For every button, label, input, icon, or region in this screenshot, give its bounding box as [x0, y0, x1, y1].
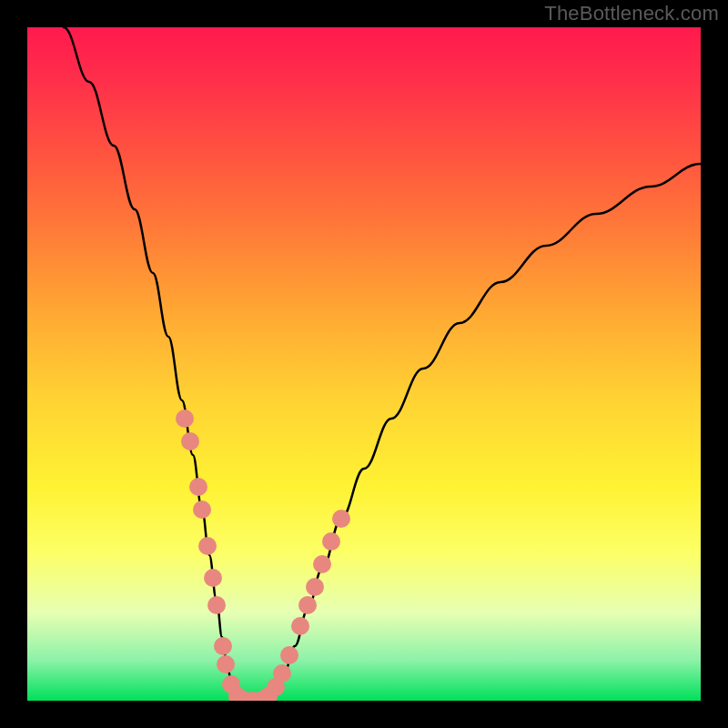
highlight-dot — [181, 432, 199, 450]
curve-layer — [27, 27, 701, 701]
highlight-dot — [214, 637, 232, 655]
watermark-text: TheBottleneck.com — [544, 2, 719, 25]
plot-area — [27, 27, 701, 701]
highlight-dot — [306, 578, 324, 596]
highlight-dot — [189, 478, 207, 496]
highlight-dot — [332, 510, 350, 528]
highlight-dot — [322, 532, 340, 551]
chart-frame: TheBottleneck.com — [0, 0, 728, 728]
highlight-dot — [176, 410, 194, 428]
highlight-dot — [217, 655, 235, 673]
highlight-dot — [298, 596, 317, 614]
highlight-dot — [291, 617, 309, 635]
highlight-dot — [204, 569, 222, 587]
highlight-dot — [207, 596, 226, 614]
highlight-dot — [198, 537, 217, 555]
highlight-dot — [193, 500, 211, 519]
highlight-dot — [280, 646, 298, 664]
bottleneck-curve — [64, 27, 701, 701]
highlight-dots-group — [176, 410, 350, 701]
highlight-dot — [313, 555, 331, 573]
highlight-dot — [273, 664, 291, 682]
